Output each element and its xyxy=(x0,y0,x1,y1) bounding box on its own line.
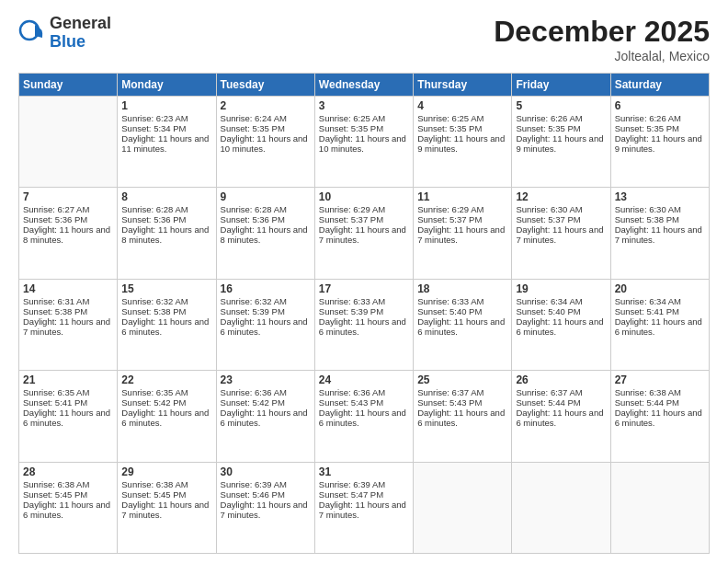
day-info: Daylight: 11 hours and 9 minutes. xyxy=(417,133,507,154)
logo-general-text: General xyxy=(50,15,111,33)
day-number: 17 xyxy=(319,282,409,295)
day-info: Daylight: 11 hours and 7 minutes. xyxy=(516,224,606,245)
day-info: Sunset: 5:37 PM xyxy=(417,214,507,224)
day-info: Sunset: 5:38 PM xyxy=(615,214,705,224)
day-cell: 11Sunrise: 6:29 AMSunset: 5:37 PMDayligh… xyxy=(414,188,512,279)
day-cell: 1Sunrise: 6:23 AMSunset: 5:34 PMDaylight… xyxy=(118,97,216,188)
day-cell: 24Sunrise: 6:36 AMSunset: 5:43 PMDayligh… xyxy=(314,371,413,462)
day-cell xyxy=(19,97,118,188)
day-info: Sunset: 5:38 PM xyxy=(23,306,113,316)
day-info: Sunset: 5:39 PM xyxy=(221,306,311,316)
day-info: Sunrise: 6:24 AM xyxy=(221,113,311,123)
day-info: Daylight: 11 hours and 6 minutes. xyxy=(121,408,211,428)
day-cell: 31Sunrise: 6:39 AMSunset: 5:47 PMDayligh… xyxy=(314,462,413,553)
day-cell: 19Sunrise: 6:34 AMSunset: 5:40 PMDayligh… xyxy=(512,279,610,370)
day-info: Sunrise: 6:26 AM xyxy=(615,113,705,123)
day-cell: 26Sunrise: 6:37 AMSunset: 5:44 PMDayligh… xyxy=(512,371,610,462)
day-cell: 8Sunrise: 6:28 AMSunset: 5:36 PMDaylight… xyxy=(118,188,216,279)
day-number: 24 xyxy=(319,373,409,386)
day-number: 8 xyxy=(121,190,211,203)
day-info: Sunset: 5:36 PM xyxy=(221,214,311,224)
day-number: 23 xyxy=(221,373,311,386)
day-info: Daylight: 11 hours and 9 minutes. xyxy=(615,133,705,154)
day-info: Sunrise: 6:35 AM xyxy=(121,387,211,397)
location: Joltealal, Mexico xyxy=(494,49,710,63)
day-info: Sunset: 5:35 PM xyxy=(417,123,507,133)
weekday-header-saturday: Saturday xyxy=(610,74,709,97)
day-info: Sunrise: 6:35 AM xyxy=(23,387,113,397)
day-number: 2 xyxy=(221,99,311,112)
day-cell: 2Sunrise: 6:24 AMSunset: 5:35 PMDaylight… xyxy=(216,97,314,188)
day-cell: 6Sunrise: 6:26 AMSunset: 5:35 PMDaylight… xyxy=(610,97,709,188)
day-number: 20 xyxy=(615,282,705,295)
calendar-body: 1Sunrise: 6:23 AMSunset: 5:34 PMDaylight… xyxy=(19,97,710,554)
day-info: Daylight: 11 hours and 11 minutes. xyxy=(121,133,211,154)
day-cell: 4Sunrise: 6:25 AMSunset: 5:35 PMDaylight… xyxy=(414,97,512,188)
day-cell: 10Sunrise: 6:29 AMSunset: 5:37 PMDayligh… xyxy=(314,188,413,279)
day-info: Daylight: 11 hours and 6 minutes. xyxy=(319,316,409,337)
week-row-1: 7Sunrise: 6:27 AMSunset: 5:36 PMDaylight… xyxy=(19,188,710,279)
day-number: 26 xyxy=(516,373,606,386)
day-info: Daylight: 11 hours and 10 minutes. xyxy=(319,133,409,154)
day-cell xyxy=(610,462,709,553)
day-info: Daylight: 11 hours and 8 minutes. xyxy=(221,224,311,245)
day-cell xyxy=(512,462,610,553)
day-info: Sunrise: 6:29 AM xyxy=(417,204,507,214)
day-info: Sunset: 5:36 PM xyxy=(121,214,211,224)
day-number: 28 xyxy=(23,465,113,478)
day-number: 5 xyxy=(516,99,606,112)
day-info: Sunrise: 6:32 AM xyxy=(221,296,311,306)
day-cell: 12Sunrise: 6:30 AMSunset: 5:37 PMDayligh… xyxy=(512,188,610,279)
day-info: Sunset: 5:40 PM xyxy=(516,306,606,316)
day-cell: 3Sunrise: 6:25 AMSunset: 5:35 PMDaylight… xyxy=(314,97,413,188)
weekday-header-sunday: Sunday xyxy=(19,74,118,97)
day-info: Sunrise: 6:26 AM xyxy=(516,113,606,123)
day-info: Sunrise: 6:27 AM xyxy=(23,204,113,214)
day-info: Daylight: 11 hours and 6 minutes. xyxy=(417,316,507,337)
day-info: Sunrise: 6:39 AM xyxy=(221,479,311,489)
day-info: Sunset: 5:47 PM xyxy=(319,489,409,500)
day-info: Daylight: 11 hours and 7 minutes. xyxy=(121,500,211,520)
day-number: 18 xyxy=(417,282,507,295)
day-info: Sunset: 5:35 PM xyxy=(319,123,409,133)
day-info: Daylight: 11 hours and 7 minutes. xyxy=(417,224,507,245)
day-cell: 5Sunrise: 6:26 AMSunset: 5:35 PMDaylight… xyxy=(512,97,610,188)
day-info: Sunset: 5:44 PM xyxy=(516,397,606,408)
day-cell: 29Sunrise: 6:38 AMSunset: 5:45 PMDayligh… xyxy=(118,462,216,553)
day-number: 9 xyxy=(221,190,311,203)
day-cell: 21Sunrise: 6:35 AMSunset: 5:41 PMDayligh… xyxy=(19,371,118,462)
day-info: Daylight: 11 hours and 6 minutes. xyxy=(417,408,507,428)
day-number: 31 xyxy=(319,465,409,478)
day-info: Sunset: 5:37 PM xyxy=(319,214,409,224)
day-info: Daylight: 11 hours and 10 minutes. xyxy=(221,133,311,154)
day-info: Sunset: 5:43 PM xyxy=(417,397,507,408)
day-number: 7 xyxy=(23,190,113,203)
logo-text: General Blue xyxy=(50,15,111,52)
day-cell: 27Sunrise: 6:38 AMSunset: 5:44 PMDayligh… xyxy=(610,371,709,462)
day-info: Daylight: 11 hours and 6 minutes. xyxy=(221,316,311,337)
logo-icon xyxy=(18,19,46,47)
day-cell xyxy=(414,462,512,553)
day-info: Sunset: 5:42 PM xyxy=(121,397,211,408)
day-number: 1 xyxy=(121,99,211,112)
day-info: Sunrise: 6:39 AM xyxy=(319,479,409,489)
day-number: 12 xyxy=(516,190,606,203)
day-info: Daylight: 11 hours and 7 minutes. xyxy=(23,316,113,337)
day-info: Sunrise: 6:30 AM xyxy=(615,204,705,214)
day-info: Daylight: 11 hours and 6 minutes. xyxy=(319,408,409,428)
day-info: Sunrise: 6:36 AM xyxy=(221,387,311,397)
weekday-header-friday: Friday xyxy=(512,74,610,97)
day-info: Sunrise: 6:37 AM xyxy=(516,387,606,397)
day-info: Daylight: 11 hours and 7 minutes. xyxy=(221,500,311,520)
day-info: Sunset: 5:40 PM xyxy=(417,306,507,316)
day-cell: 14Sunrise: 6:31 AMSunset: 5:38 PMDayligh… xyxy=(19,279,118,370)
day-info: Sunset: 5:39 PM xyxy=(319,306,409,316)
day-number: 27 xyxy=(615,373,705,386)
day-info: Daylight: 11 hours and 7 minutes. xyxy=(319,500,409,520)
day-info: Daylight: 11 hours and 6 minutes. xyxy=(516,408,606,428)
day-info: Sunrise: 6:23 AM xyxy=(121,113,211,123)
day-info: Sunrise: 6:34 AM xyxy=(615,296,705,306)
day-info: Sunset: 5:38 PM xyxy=(121,306,211,316)
day-info: Daylight: 11 hours and 6 minutes. xyxy=(221,408,311,428)
day-cell: 20Sunrise: 6:34 AMSunset: 5:41 PMDayligh… xyxy=(610,279,709,370)
